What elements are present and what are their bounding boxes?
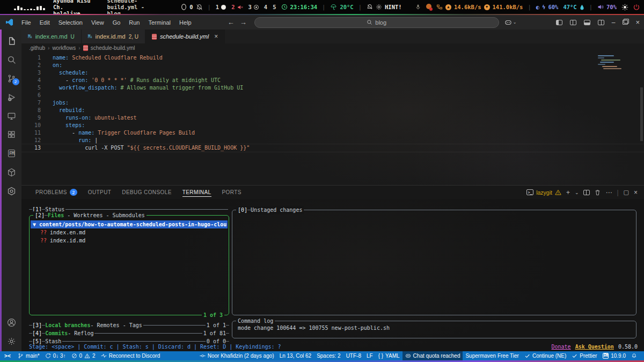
statusbar-yaml[interactable]: { }YAML [376, 351, 402, 360]
activitybar-source-control-icon[interactable]: 2 [7, 73, 17, 83]
menu-terminal[interactable]: Terminal [145, 18, 175, 27]
lazygit-command-log[interactable]: Command log mode change 100644 => 100755… [232, 321, 636, 338]
breadcrumb-folder[interactable]: .github [29, 45, 45, 51]
menu-edit[interactable]: Edit [36, 18, 54, 27]
discord-status-icon[interactable] [426, 4, 431, 10]
panel-tab-output[interactable]: OUTPUT [83, 186, 117, 199]
panel-tab-ports[interactable]: PORTS [217, 186, 247, 199]
ask-question-link[interactable]: Ask Question [575, 343, 614, 351]
kill-terminal-icon[interactable] [595, 189, 601, 196]
split-terminal-icon[interactable] [583, 190, 590, 195]
menu-selection[interactable]: Selection [55, 18, 86, 27]
battery-icon: ◐ [536, 4, 539, 10]
lazygit-files-panel[interactable]: [2]─Files - Worktrees - Submodules ▼ con… [29, 215, 229, 315]
menu-help[interactable]: Help [175, 18, 195, 27]
menu-go[interactable]: Go [109, 18, 125, 27]
toggle-panel-icon[interactable] [584, 20, 590, 25]
activitybar-account-icon[interactable] [7, 317, 17, 327]
activitybar-explorer-icon[interactable] [7, 36, 17, 46]
files-count: 1 of 3 [202, 311, 224, 319]
close-icon[interactable]: × [635, 18, 640, 26]
donate-link[interactable]: Donate [552, 343, 571, 351]
mic-icon[interactable] [415, 4, 421, 10]
tab-index.en.md[interactable]: M↓index.en.mdU [21, 29, 82, 43]
lazygit-terminal[interactable]: ─[1]─ Status [2]─Files - Worktrees - Sub… [21, 199, 644, 351]
statusbar-ln-13-col-62[interactable]: Ln 13, Col 62 [277, 351, 314, 360]
activitybar-run-debug-icon[interactable] [7, 92, 17, 102]
minimize-icon[interactable]: – [612, 19, 616, 26]
statusbar-supermaven-free-tier[interactable]: Supermaven Free Tier [463, 351, 522, 360]
panel-tab-debug-console[interactable]: DEBUG CONSOLE [116, 186, 177, 199]
terminal-instance[interactable]: >_ lazygit [526, 189, 561, 196]
activitybar-remote-explorer-icon[interactable] [7, 111, 17, 121]
power-icon[interactable] [633, 4, 640, 10]
statusbar-0-3-[interactable]: 0↓ 3↑ [42, 351, 69, 360]
statusbar-noor-khafidzin-2-days-ago-[interactable]: Noor Khafidzin (2 days ago) [197, 351, 277, 360]
lazygit-branches-section[interactable]: ─[3]─Local branches - Remotes - Tags1 of… [29, 321, 229, 329]
file-row[interactable]: ?? index.en.md [31, 228, 228, 237]
activitybar-container-icon[interactable] [7, 167, 17, 177]
activitybar-extensions-icon[interactable] [7, 130, 17, 139]
toggle-sidebar-icon[interactable] [556, 20, 562, 25]
unstaged-panel-title: [0]─Unstaged changes [236, 206, 304, 214]
statusbar-10-9-0[interactable]: FM10.9.0 [600, 351, 628, 360]
statusbar-bell[interactable] [628, 351, 640, 360]
workspace-2[interactable]: 2 [231, 4, 243, 10]
breadcrumb-file[interactable]: schedule-build.yml [91, 45, 135, 51]
menu-view[interactable]: View [87, 18, 108, 27]
activitybar-settings-icon[interactable] [7, 336, 17, 346]
toggle-secondary-sidebar-icon[interactable] [598, 20, 604, 25]
code-editor[interactable]: 1name: Scheduled Cloudflare Rebuild2on:3… [21, 52, 644, 185]
forward-arrow-icon[interactable]: → [240, 18, 247, 26]
token: jobs: [53, 100, 69, 106]
brightness-icon[interactable] [621, 4, 628, 11]
workspace-4[interactable]: 4 [264, 4, 267, 10]
panel-tab-problems[interactable]: PROBLEMS2 [30, 186, 83, 199]
file-row[interactable]: ▼ content/posts/how-to-automate-schedule… [31, 220, 228, 228]
statusbar-lf[interactable]: LF [364, 351, 376, 360]
activitybar-front-matter-icon[interactable]: FM [7, 149, 17, 158]
activitybar-hexagon-icon[interactable] [7, 186, 17, 196]
statusbar-continue-ne-[interactable]: Continue (NE) [522, 351, 569, 360]
tab-index.id.md[interactable]: M↓index.id.md2, U [82, 29, 145, 43]
workspace-3[interactable]: 3 [248, 4, 259, 10]
restore-icon[interactable] [623, 20, 628, 25]
split-editor-icon[interactable] [570, 20, 576, 25]
more-actions-icon[interactable]: ⋯ [605, 189, 612, 196]
lazygit-commits-section[interactable]: ─[4]─Commits - Reflog1 of 81─ [29, 329, 229, 337]
close-panel-icon[interactable]: × [634, 189, 638, 196]
new-terminal-icon[interactable]: + [566, 189, 570, 196]
statusbar-chat-quota-reached[interactable]: Chat quota reached [402, 351, 463, 360]
breadcrumb-folder[interactable]: workflows [52, 45, 76, 51]
tab-close-icon[interactable]: × [214, 33, 218, 40]
copilot-menu[interactable]: ⌄ [504, 19, 517, 26]
statusbar-main-[interactable]: main* [15, 351, 42, 360]
hint-indicator[interactable]: HINT! [367, 4, 402, 10]
tab-schedule-build.yml[interactable]: schedule-build.yml× [145, 29, 225, 43]
tab-label: index.id.md [95, 33, 125, 40]
workspace-1[interactable]: 1 [216, 4, 226, 10]
remote-indicator[interactable]: >< [0, 353, 15, 359]
panel-tab-terminal[interactable]: TERMINAL [177, 186, 217, 199]
menu-run[interactable]: Run [125, 18, 143, 27]
command-center-search[interactable]: blog [254, 17, 499, 28]
file-row[interactable]: ?? index.id.md [31, 237, 228, 245]
statusbar-utf-8[interactable]: UTF-8 [343, 351, 364, 360]
menu-file[interactable]: File [18, 18, 35, 27]
workspace-5[interactable]: 5 [273, 4, 276, 10]
code-line: 2on: [21, 62, 644, 69]
minimap[interactable] [598, 55, 619, 69]
activitybar-search-icon[interactable] [7, 55, 17, 64]
maximize-panel-icon[interactable]: ▢ [624, 189, 629, 196]
statusbar-reconnect-to-discord[interactable]: Reconnect to Discord [98, 351, 163, 360]
statusbar-spaces-2[interactable]: Spaces: 2 [314, 351, 343, 360]
lazygit-unstaged-panel[interactable]: [0]─Unstaged changes [232, 210, 636, 315]
bell-muted-icon[interactable] [196, 4, 203, 11]
panel-header: PROBLEMS2OUTPUTDEBUG CONSOLETERMINALPORT… [21, 185, 644, 199]
statusbar-0[interactable]: 02 [69, 351, 98, 360]
problems-badge: 2 [70, 189, 77, 196]
editor-scrollbar[interactable] [640, 87, 643, 141]
terminal-dropdown-icon[interactable]: ⌄ [575, 190, 579, 195]
statusbar-prettier[interactable]: Prettier [569, 351, 599, 360]
back-arrow-icon[interactable]: ← [228, 18, 235, 26]
